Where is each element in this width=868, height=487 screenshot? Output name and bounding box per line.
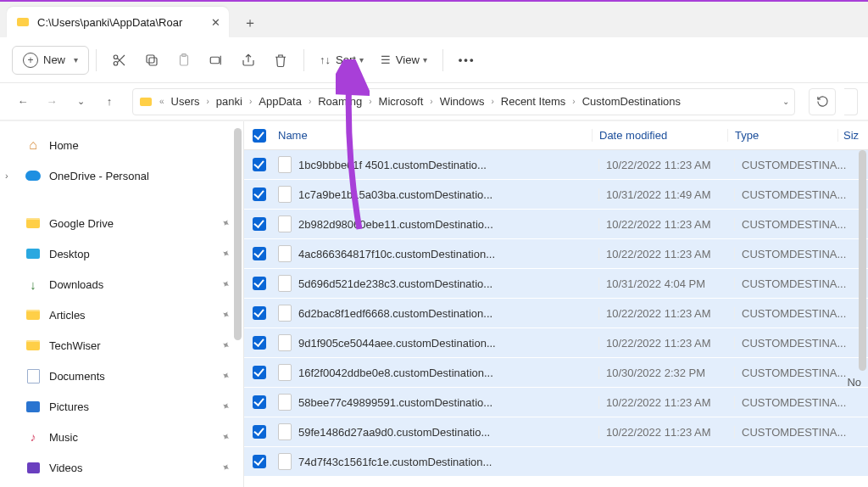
breadcrumb-seg[interactable]: Roaming — [314, 95, 365, 108]
chevron-down-icon[interactable]: ⌄ — [782, 97, 789, 106]
breadcrumb-seg[interactable]: CustomDestinations — [579, 95, 684, 108]
table-row[interactable]: 6d2bac8f1edf6668.customDestination...10/… — [244, 299, 868, 328]
sidebar-item[interactable]: Pictures✦ — [7, 391, 236, 422]
breadcrumb-seg[interactable]: panki — [213, 95, 246, 108]
chevron-right-icon[interactable]: › — [5, 171, 8, 181]
paste-button[interactable] — [168, 46, 200, 75]
chevron-down-icon: ▾ — [423, 55, 427, 64]
home-icon: ⌂ — [25, 137, 41, 153]
column-size[interactable]: Siz — [837, 129, 861, 142]
up-button[interactable]: ↑ — [97, 89, 122, 115]
file-name: 59fe1486d27aa9d0.customDestinatio... — [298, 426, 490, 439]
sidebar-item[interactable]: Videos✦ — [7, 452, 236, 483]
pin-icon: ✦ — [219, 429, 232, 444]
breadcrumb-seg[interactable]: AppData — [255, 95, 305, 108]
file-name: 16f2f0042ddbe0e8.customDestination... — [298, 367, 493, 379]
sidebar-home[interactable]: ⌂ Home — [7, 130, 236, 160]
file-icon — [278, 334, 292, 351]
sidebar-onedrive[interactable]: › OneDrive - Personal — [7, 160, 236, 191]
table-row[interactable]: 1bc9bbbe61f 4501.customDestinatio...10/2… — [244, 150, 868, 180]
file-icon — [278, 423, 292, 440]
new-tab-button[interactable]: ＋ — [236, 8, 264, 37]
breadcrumb-seg[interactable]: Users — [168, 95, 203, 108]
search-box-edge[interactable] — [844, 88, 858, 115]
sidebar-item-label: Pictures — [49, 400, 89, 413]
column-type[interactable]: Type — [727, 129, 837, 142]
row-checkbox[interactable] — [253, 395, 266, 409]
overflow-chevron-icon[interactable]: « — [159, 97, 164, 106]
sidebar-item-label: Documents — [49, 370, 105, 383]
delete-button[interactable] — [264, 46, 297, 75]
breadcrumb[interactable]: « Users› panki› AppData› Roaming› Micros… — [132, 88, 795, 115]
table-row[interactable]: 58bee77c49899591.customDestinatio...10/2… — [244, 388, 868, 417]
sidebar-item[interactable]: Desktop✦ — [7, 238, 236, 269]
sidebar-item[interactable]: ♪Music✦ — [7, 422, 236, 452]
breadcrumb-seg[interactable]: Recent Items — [498, 95, 570, 108]
file-date: 10/31/2022 4:04 PM — [598, 277, 734, 290]
back-button[interactable]: ← — [10, 89, 36, 115]
breadcrumb-seg[interactable]: Microsoft — [376, 95, 427, 108]
table-row[interactable]: 2b982d98060ebe11.customDestinatio...10/2… — [244, 210, 868, 239]
row-checkbox[interactable] — [253, 217, 266, 231]
table-row[interactable]: 9d1f905ce5044aee.customDestination...10/… — [244, 328, 868, 358]
view-icon: ☰ — [381, 53, 391, 66]
file-name: 58bee77c49899591.customDestinatio... — [298, 396, 492, 409]
row-checkbox[interactable] — [253, 425, 266, 439]
file-date: 10/22/2022 11:23 AM — [598, 218, 734, 231]
view-button[interactable]: ☰ View ▾ — [372, 46, 436, 75]
more-button[interactable]: ••• — [450, 46, 484, 75]
plus-icon: + — [23, 53, 38, 68]
table-row[interactable]: 1c7a9be1b15a03ba.customDestinatio...10/3… — [244, 180, 868, 210]
table-row[interactable]: 16f2f0042ddbe0e8.customDestination...10/… — [244, 358, 868, 388]
file-type: CUSTOMDESTINA... — [734, 367, 844, 379]
close-icon[interactable]: ✕ — [211, 16, 220, 29]
row-checkbox[interactable] — [253, 366, 266, 379]
column-name[interactable]: Name — [275, 129, 592, 142]
table-row[interactable]: 4ac866364817f10c.customDestination...10/… — [244, 239, 868, 269]
column-date[interactable]: Date modified — [592, 129, 727, 142]
file-date: 10/22/2022 11:23 AM — [598, 426, 734, 439]
row-checkbox[interactable] — [253, 188, 266, 201]
table-row[interactable]: 74d7f43c1561fc1e.customDestination... — [244, 447, 868, 477]
sidebar-item[interactable]: Google Drive✦ — [7, 208, 236, 238]
recent-button[interactable]: ⌄ — [68, 89, 93, 115]
row-checkbox[interactable] — [253, 336, 266, 350]
rename-button[interactable] — [200, 46, 232, 75]
select-all-checkbox[interactable] — [253, 129, 266, 143]
file-icon — [278, 394, 292, 411]
new-button[interactable]: + New ▾ — [12, 46, 89, 75]
row-checkbox[interactable] — [253, 455, 266, 468]
folder-icon — [25, 307, 41, 322]
table-row[interactable]: 59fe1486d27aa9d0.customDestinatio...10/2… — [244, 417, 868, 447]
cut-button[interactable] — [103, 46, 136, 75]
row-checkbox[interactable] — [253, 277, 266, 290]
share-button[interactable] — [232, 46, 264, 75]
tab-title: C:\Users\panki\AppData\Roar — [37, 16, 182, 29]
copy-button[interactable] — [136, 46, 168, 75]
scrollbar[interactable] — [234, 128, 242, 340]
row-checkbox[interactable] — [253, 158, 266, 171]
refresh-button[interactable] — [809, 88, 836, 115]
file-name: 1bc9bbbe61f 4501.customDestinatio... — [298, 159, 487, 171]
chevron-down-icon: ▾ — [74, 55, 78, 64]
sidebar-item[interactable]: Articles✦ — [7, 299, 236, 330]
paste-icon — [176, 53, 192, 68]
breadcrumb-seg[interactable]: Windows — [437, 95, 488, 108]
pin-icon: ✦ — [219, 307, 232, 322]
onedrive-icon — [25, 168, 41, 183]
pin-icon: ✦ — [219, 246, 232, 260]
sort-button[interactable]: ↑↓ Sort ▾ — [311, 46, 372, 75]
file-type: CUSTOMDESTINA... — [734, 277, 844, 290]
tab-current[interactable]: C:\Users\panki\AppData\Roar ✕ — [7, 7, 229, 37]
row-checkbox[interactable] — [253, 247, 266, 260]
svg-rect-3 — [147, 55, 154, 63]
row-checkbox[interactable] — [253, 306, 266, 320]
scrollbar[interactable] — [859, 150, 866, 371]
sidebar-item[interactable]: TechWiser✦ — [7, 330, 236, 361]
sidebar-item[interactable]: Documents✦ — [7, 361, 236, 391]
forward-button[interactable]: → — [39, 89, 64, 115]
file-type: CUSTOMDESTINA... — [734, 188, 844, 201]
table-row[interactable]: 5d696d521de238c3.customDestinatio...10/3… — [244, 269, 868, 299]
sidebar-item[interactable]: ↓Downloads✦ — [7, 269, 236, 299]
file-icon — [278, 453, 292, 470]
